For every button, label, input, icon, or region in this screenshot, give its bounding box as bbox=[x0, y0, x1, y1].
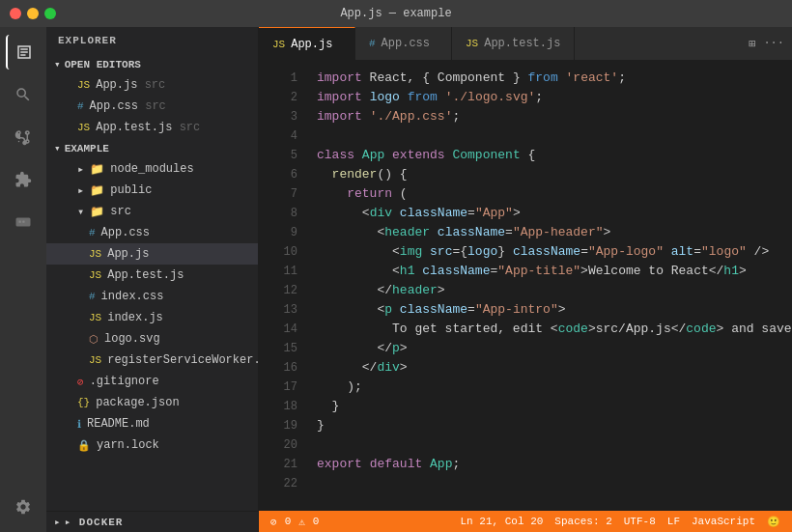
settings-icon[interactable] bbox=[6, 490, 41, 524]
minimize-button[interactable] bbox=[27, 8, 39, 19]
file-logosvg[interactable]: ⬡ logo.svg bbox=[46, 328, 258, 350]
tab-js-icon: JS bbox=[466, 38, 478, 49]
editor-content: 1234 5678 9101112 13141516 17181920 2122… bbox=[259, 61, 792, 511]
code-line-18: } bbox=[317, 397, 792, 416]
js-icon: JS bbox=[77, 122, 90, 133]
folder-name: src bbox=[110, 205, 131, 218]
css-icon: # bbox=[89, 291, 96, 302]
source-control-icon[interactable] bbox=[6, 120, 41, 154]
status-left: ⊘ 0 ⚠ 0 bbox=[270, 516, 319, 528]
example-header[interactable]: ▾ EXAMPLE bbox=[46, 138, 258, 158]
code-line-14: To get started, edit <code>src/App.js</c… bbox=[317, 320, 792, 339]
emoji-indicator[interactable]: 🙂 bbox=[767, 516, 780, 528]
line-ending-indicator[interactable]: LF bbox=[667, 516, 680, 527]
language-indicator[interactable]: JavaScript bbox=[692, 516, 755, 527]
code-line-1: import React, { Component } from 'react'… bbox=[317, 69, 792, 88]
folder-icon: 📁 bbox=[90, 205, 104, 219]
remote-icon[interactable] bbox=[6, 205, 41, 239]
editor-area: JS App.js # App.css JS App.test.js ⊞ ··· bbox=[259, 27, 792, 532]
folder-icon: 📁 bbox=[90, 162, 104, 177]
code-line-20 bbox=[317, 435, 792, 455]
md-icon: ℹ bbox=[77, 418, 81, 431]
titlebar: App.js — example bbox=[0, 0, 792, 27]
folder-arrow: ▸ bbox=[77, 162, 84, 177]
file-packagejson[interactable]: {} package.json bbox=[46, 392, 258, 413]
file-registerservice[interactable]: JS registerServiceWorker.js bbox=[46, 350, 258, 371]
file-readme[interactable]: ℹ README.md bbox=[46, 413, 258, 434]
close-button[interactable] bbox=[10, 8, 21, 19]
status-bar: ⊘ 0 ⚠ 0 Ln 21, Col 20 Spaces: 2 UTF-8 LF… bbox=[259, 511, 792, 532]
tab-appjs[interactable]: JS App.js bbox=[259, 27, 355, 60]
code-line-21: export default App; bbox=[317, 455, 792, 474]
code-editor[interactable]: import React, { Component } from 'react'… bbox=[309, 61, 792, 511]
code-line-19: } bbox=[317, 416, 792, 435]
code-line-10: <img src={logo} className="App-logo" alt… bbox=[317, 242, 792, 262]
extensions-icon[interactable] bbox=[6, 162, 41, 197]
example-label: EXAMPLE bbox=[65, 143, 109, 154]
code-line-17: ); bbox=[317, 378, 792, 397]
maximize-button[interactable] bbox=[44, 8, 56, 19]
tab-apptest[interactable]: JS App.test.js bbox=[452, 27, 575, 60]
window-title: App.js — example bbox=[340, 7, 451, 20]
vscode-window: App.js — example EXPLO bbox=[0, 0, 792, 532]
cursor-position[interactable]: Ln 21, Col 20 bbox=[461, 516, 544, 527]
file-name: registerServiceWorker.js bbox=[107, 353, 259, 367]
js-icon: JS bbox=[89, 269, 101, 281]
open-editor-appcss[interactable]: # App.css src bbox=[46, 96, 258, 117]
js-icon: JS bbox=[77, 79, 90, 91]
more-actions-icon[interactable]: ··· bbox=[763, 37, 784, 50]
svg-rect-1 bbox=[19, 221, 21, 223]
open-editors-label: OPEN EDITORS bbox=[65, 59, 141, 70]
search-icon[interactable] bbox=[6, 77, 41, 112]
tab-css-icon: # bbox=[369, 38, 376, 49]
file-name: package.json bbox=[96, 396, 179, 409]
tab-actions: ⊞ ··· bbox=[749, 27, 792, 60]
file-gitignore[interactable]: ⊘ .gitignore bbox=[46, 371, 258, 392]
code-line-16: </div> bbox=[317, 358, 792, 378]
code-line-5: class App extends Component { bbox=[317, 146, 792, 165]
error-icon: ⊘ bbox=[270, 516, 277, 528]
docker-arrow: ▸ bbox=[54, 516, 61, 528]
js-icon: JS bbox=[89, 312, 101, 323]
file-name: App.js bbox=[107, 247, 149, 261]
open-editor-appjs[interactable]: JS App.js src bbox=[46, 74, 258, 96]
file-name: index.js bbox=[107, 311, 163, 324]
git-icon: ⊘ bbox=[77, 376, 84, 388]
file-name: yarn.lock bbox=[97, 438, 159, 452]
main-layout: EXPLORER ▾ OPEN EDITORS JS App.js src # … bbox=[0, 27, 792, 532]
file-apptest[interactable]: JS App.test.js bbox=[46, 265, 258, 286]
open-editor-apptest-label: App.test.js src bbox=[96, 121, 200, 134]
file-yarnlock[interactable]: 🔒 yarn.lock bbox=[46, 434, 258, 456]
status-right: Ln 21, Col 20 Spaces: 2 UTF-8 LF JavaScr… bbox=[461, 516, 780, 528]
warning-icon: ⚠ bbox=[298, 516, 305, 528]
open-editor-appcss-label: App.css src bbox=[90, 99, 166, 113]
file-indexjs[interactable]: JS index.js bbox=[46, 307, 258, 328]
explorer-icon[interactable] bbox=[6, 35, 41, 70]
sidebar-header: EXPLORER bbox=[46, 27, 258, 54]
css-icon: # bbox=[77, 100, 84, 112]
file-name: .gitignore bbox=[90, 375, 159, 388]
encoding-indicator[interactable]: UTF-8 bbox=[624, 516, 656, 527]
sidebar: EXPLORER ▾ OPEN EDITORS JS App.js src # … bbox=[46, 27, 259, 532]
file-name: App.css bbox=[101, 226, 150, 239]
file-appcss[interactable]: # App.css bbox=[46, 222, 258, 243]
docker-section[interactable]: ▸ ▸ DOCKER bbox=[46, 511, 258, 532]
css-icon: # bbox=[89, 227, 96, 238]
code-line-8: <div className="App"> bbox=[317, 204, 792, 223]
split-editor-icon[interactable]: ⊞ bbox=[749, 37, 755, 51]
folder-name: public bbox=[110, 183, 152, 197]
code-line-22 bbox=[317, 474, 792, 493]
activity-bar bbox=[0, 27, 46, 532]
file-name: App.test.js bbox=[107, 268, 184, 282]
folder-src[interactable]: ▾ 📁 src bbox=[46, 201, 258, 222]
folder-name: node_modules bbox=[110, 162, 193, 176]
spaces-indicator[interactable]: Spaces: 2 bbox=[554, 516, 611, 527]
tab-appcss[interactable]: # App.css bbox=[355, 27, 452, 60]
open-editor-apptest[interactable]: JS App.test.js src bbox=[46, 117, 258, 138]
file-appjs[interactable]: JS App.js bbox=[46, 243, 258, 265]
warning-count: 0 bbox=[313, 516, 320, 527]
open-editors-header[interactable]: ▾ OPEN EDITORS bbox=[46, 54, 258, 74]
file-indexcss[interactable]: # index.css bbox=[46, 286, 258, 307]
folder-node-modules[interactable]: ▸ 📁 node_modules bbox=[46, 158, 258, 180]
folder-public[interactable]: ▸ 📁 public bbox=[46, 180, 258, 201]
